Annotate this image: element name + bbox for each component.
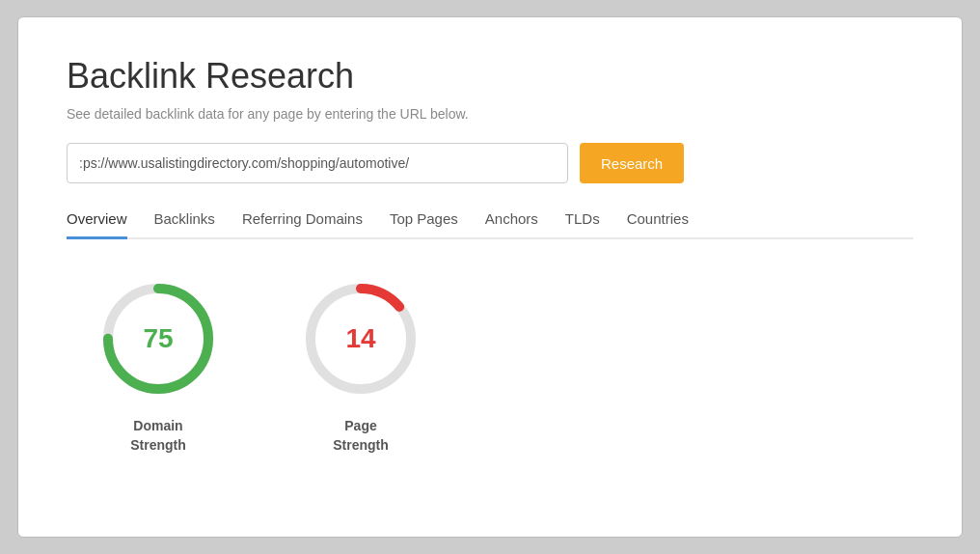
domain-strength-chart: 75 DomainStrength <box>95 276 221 455</box>
subtitle: See detailed backlink data for any page … <box>67 106 913 122</box>
tab-top-pages[interactable]: Top Pages <box>390 210 458 239</box>
search-row: Research <box>67 143 913 183</box>
research-button[interactable]: Research <box>580 143 684 183</box>
domain-strength-donut: 75 <box>95 276 221 402</box>
tab-overview[interactable]: Overview <box>67 210 127 239</box>
page-strength-chart: 14 PageStrength <box>298 276 423 455</box>
charts-section: 75 DomainStrength 14 PageStrength <box>67 276 913 455</box>
tab-countries[interactable]: Countries <box>627 210 689 239</box>
page-strength-label: PageStrength <box>333 417 389 455</box>
page-title: Backlink Research <box>67 56 913 97</box>
tab-tlds[interactable]: TLDs <box>565 210 600 239</box>
tab-referring-domains[interactable]: Referring Domains <box>242 210 363 239</box>
domain-strength-value: 75 <box>143 323 173 354</box>
tab-backlinks[interactable]: Backlinks <box>154 210 215 239</box>
tabs-nav: Overview Backlinks Referring Domains Top… <box>67 210 913 239</box>
tab-anchors[interactable]: Anchors <box>485 210 538 239</box>
url-input[interactable] <box>67 143 568 183</box>
main-window: Backlink Research See detailed backlink … <box>17 16 963 538</box>
page-strength-value: 14 <box>345 323 375 354</box>
domain-strength-label: DomainStrength <box>130 417 186 455</box>
page-strength-donut: 14 <box>298 276 423 402</box>
